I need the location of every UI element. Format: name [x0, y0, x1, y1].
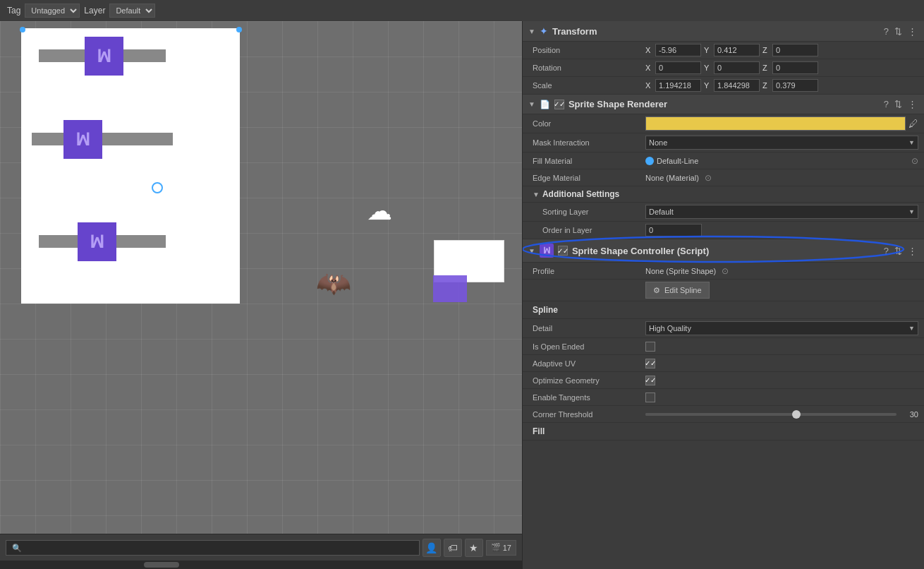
mask-label: Mask Interaction [533, 138, 645, 147]
corner-threshold-slider-container[interactable]: 30 [645, 410, 918, 419]
sprite-box-middle[interactable]: ꟽ [63, 120, 102, 159]
layers-icon: 🎬 [491, 543, 501, 552]
rot-y-input[interactable] [714, 61, 760, 74]
ssc-collapse-arrow[interactable]: ▼ [528, 247, 535, 255]
fill-material-row: Fill Material Default-Line ⊙ [523, 152, 924, 169]
position-xyz: X Y Z [645, 44, 918, 56]
sprite-item-middle[interactable]: ꟽ [63, 120, 102, 159]
additional-collapse-arrow[interactable]: ▼ [533, 191, 540, 198]
center-handle[interactable] [152, 182, 163, 193]
ssc-menu-btn[interactable]: ⋮ [906, 246, 918, 256]
color-swatch[interactable] [645, 116, 906, 131]
fill-material-ref: Default-Line [645, 157, 906, 165]
adaptive-uv-label: Adaptive UV [533, 359, 645, 368]
ssc-enabled-checkbox[interactable]: ✓ [558, 246, 568, 256]
corner-threshold-track[interactable] [645, 413, 896, 416]
profile-reset[interactable]: ⊙ [722, 266, 729, 276]
layer-select[interactable]: Default [109, 4, 155, 18]
transform-menu-btn[interactable]: ⋮ [906, 26, 918, 37]
enable-tangents-checkbox[interactable] [645, 393, 655, 402]
optimize-geo-value: ✓ [645, 376, 918, 385]
scene-star-icon[interactable]: ★ [465, 539, 483, 557]
tag-select[interactable]: Untagged [25, 4, 80, 18]
corner-threshold-row: Corner Threshold 30 [523, 406, 924, 423]
position-value: X Y Z [645, 44, 918, 56]
corner-threshold-value-text: 30 [901, 410, 918, 419]
is-open-label: Is Open Ended [533, 342, 645, 351]
optimize-geo-checkbox[interactable]: ✓ [645, 376, 655, 385]
main-content: ꟽ ꟽ ꟽ [0, 21, 924, 569]
pos-z-input[interactable] [772, 44, 818, 56]
handle-tr[interactable] [236, 27, 242, 32]
order-layer-input[interactable] [645, 224, 702, 236]
mask-row: Mask Interaction None ▼ [523, 133, 924, 152]
sorting-layer-row: Sorting Layer Default ▼ [523, 203, 924, 222]
ssr-collapse-arrow[interactable]: ▼ [528, 100, 535, 108]
scale-y-input[interactable] [714, 79, 760, 92]
edge-material-reset[interactable]: ⊙ [705, 173, 712, 183]
corner-threshold-value: 30 [645, 410, 918, 419]
detail-dropdown[interactable]: High Quality ▼ [645, 321, 918, 335]
scale-z-input[interactable] [772, 79, 818, 92]
ssc-settings-btn[interactable]: ⇅ [893, 246, 904, 256]
transform-collapse-arrow[interactable]: ▼ [528, 28, 535, 35]
detail-label: Detail [533, 324, 645, 333]
sprite-item-top[interactable]: ꟽ [85, 37, 123, 76]
ssc-help-btn[interactable]: ? [882, 246, 890, 256]
layer-label: Layer [84, 6, 105, 16]
ssr-settings-btn[interactable]: ⇅ [893, 99, 904, 109]
edit-spline-button[interactable]: ⚙ Edit Spline [645, 282, 710, 299]
scene-people-icon[interactable]: 👤 [423, 539, 441, 557]
sprite-box-top[interactable]: ꟽ [85, 37, 123, 76]
handle-tl[interactable] [20, 27, 25, 32]
sorting-layer-arrow: ▼ [908, 208, 915, 215]
adaptive-uv-value: ✓ [645, 359, 918, 369]
color-row: Color 🖊 [523, 114, 924, 133]
ssr-menu-btn[interactable]: ⋮ [906, 99, 918, 109]
sorting-layer-dropdown[interactable]: Default ▼ [645, 205, 918, 219]
pos-x-input[interactable] [655, 44, 701, 56]
transform-title: Transform [552, 26, 878, 37]
profile-label: Profile [533, 267, 645, 275]
scene-layers-badge[interactable]: 🎬 17 [486, 540, 516, 556]
fill-section-label: Fill [523, 423, 924, 441]
corner-threshold-thumb[interactable] [792, 410, 801, 419]
scale-x-input[interactable] [655, 79, 701, 92]
edge-material-name: None (Material) [645, 174, 699, 182]
fill-material-reset[interactable]: ⊙ [911, 156, 918, 166]
corner-threshold-label: Corner Threshold [533, 410, 645, 419]
is-open-checkbox[interactable] [645, 342, 655, 352]
mask-dropdown[interactable]: None ▼ [645, 136, 918, 150]
transform-help-btn[interactable]: ? [882, 26, 890, 37]
scene-tag-icon[interactable]: 🏷 [444, 539, 462, 557]
color-picker-icon[interactable]: 🖊 [908, 118, 918, 129]
scene-scrollbar[interactable] [0, 561, 522, 569]
profile-row: Profile None (Sprite Shape) ⊙ [523, 263, 924, 280]
color-value: 🖊 [645, 116, 918, 131]
sprite-box-bottom[interactable]: ꟽ [78, 222, 116, 261]
rotation-x-field: X [645, 61, 701, 74]
sprite-item-bottom[interactable]: ꟽ [78, 222, 116, 261]
pos-y-input[interactable] [714, 44, 760, 56]
scroll-thumb[interactable] [144, 562, 179, 568]
scale-y-field: Y [704, 79, 760, 92]
rot-z-input[interactable] [772, 61, 818, 74]
ssr-help-btn[interactable]: ? [882, 99, 890, 109]
edit-spline-row: ⚙ Edit Spline [523, 280, 924, 301]
scene-view[interactable]: ꟽ ꟽ ꟽ [0, 21, 522, 534]
mask-dropdown-arrow: ▼ [908, 139, 915, 146]
rot-z-label: Z [762, 64, 771, 72]
transform-actions: ? ⇅ ⋮ [882, 26, 918, 37]
inspector-panel[interactable]: ▼ ✦ Transform ? ⇅ ⋮ Position X Y [522, 21, 924, 569]
adaptive-uv-checkbox[interactable]: ✓ [645, 359, 655, 369]
ssr-doc-icon: 📄 [540, 100, 550, 109]
adaptive-uv-row: Adaptive UV ✓ [523, 355, 924, 372]
enable-tangents-label: Enable Tangents [533, 393, 645, 402]
ssr-enabled-checkbox[interactable]: ✓ [554, 100, 564, 109]
rot-x-input[interactable] [655, 61, 701, 74]
transform-settings-btn[interactable]: ⇅ [893, 26, 904, 37]
is-open-row: Is Open Ended [523, 338, 924, 355]
scale-z-field: Z [762, 79, 818, 92]
scene-search-input[interactable] [6, 540, 420, 556]
sprite-icon-top: ꟽ [97, 47, 111, 66]
